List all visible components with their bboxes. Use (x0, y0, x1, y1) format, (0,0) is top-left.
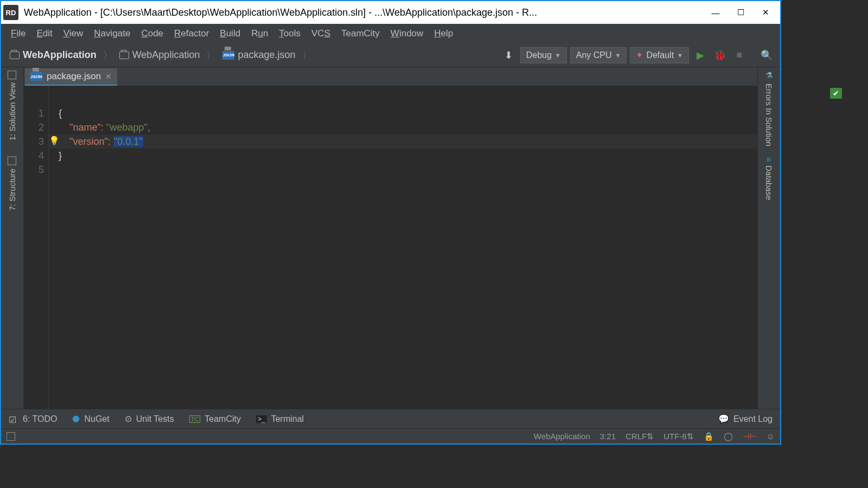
chevron-right-icon: 〉 (103, 49, 113, 62)
platform-dropdown[interactable]: Any CPU▼ (570, 47, 627, 63)
line-ending-selector[interactable]: CRLF⇅ (626, 432, 654, 441)
json-file-icon: JSON (30, 72, 42, 81)
terminal-label: Terminal (271, 414, 304, 424)
menubar: File Edit View Navigate Code Refactor Bu… (1, 24, 780, 43)
structure-tab[interactable]: 7: Structure (8, 157, 17, 211)
toolbar: WebApplication 〉 WebApplication 〉 JSON p… (1, 43, 780, 67)
teamcity-label: TeamCity (205, 414, 241, 424)
folder-icon (10, 52, 20, 59)
menu-view[interactable]: View (58, 26, 89, 41)
menu-window[interactable]: Window (385, 26, 429, 41)
close-button[interactable]: ✕ (753, 2, 778, 23)
minimize-button[interactable]: — (703, 2, 728, 23)
tool-window-toggle-icon[interactable] (7, 432, 15, 441)
solution-icon (8, 70, 17, 79)
editor-tabbar: JSON package.json ✕ (24, 67, 757, 86)
terminal-tool[interactable]: >_ Terminal (256, 414, 304, 424)
line-number: 1 (24, 106, 44, 120)
code-line[interactable]: "name": "webapp", (49, 120, 757, 134)
debug-button[interactable]: 🐞 (712, 47, 728, 63)
database-icon (764, 157, 774, 162)
teamcity-icon: TC (189, 415, 201, 423)
tab-label: package.json (47, 71, 101, 82)
menu-help[interactable]: Help (429, 26, 458, 41)
configuration-label: Debug (526, 50, 552, 60)
terminal-icon: >_ (256, 415, 267, 423)
database-tab[interactable]: Database (764, 157, 774, 200)
inspection-indicator-icon[interactable]: ◯ (724, 432, 733, 441)
code-line[interactable]: } (49, 149, 757, 163)
chevron-down-icon: ▼ (615, 52, 621, 59)
menu-teamcity[interactable]: TeamCity (336, 26, 385, 41)
chevron-down-icon: ▼ (555, 52, 561, 59)
gutter-line-numbers: 1 2 3 4 5 (24, 86, 49, 409)
right-tool-strip: Errors In Solution Database (757, 67, 780, 409)
menu-edit[interactable]: Edit (31, 26, 58, 41)
run-button[interactable]: ▶ (692, 47, 709, 63)
code-content[interactable]: 💡 { "name": "webapp", "version": "0.0.1"… (49, 86, 757, 409)
breadcrumb-solution[interactable]: WebApplication (7, 48, 100, 62)
unit-tests-icon: ⊙ (125, 414, 132, 424)
titlebar: RD WebApplication - [C:\Users\Maart\Desk… (1, 1, 780, 24)
menu-tools[interactable]: Tools (273, 26, 306, 41)
nuget-label: NuGet (84, 414, 109, 424)
context-label: WebApplication (534, 432, 590, 441)
search-everywhere-button[interactable]: 🔍 (758, 47, 775, 63)
lightbulb-icon[interactable]: 💡 (49, 136, 60, 146)
encoding-selector[interactable]: UTF-8⇅ (663, 432, 694, 441)
ide-status-icon[interactable]: ☺ (767, 432, 775, 441)
code-line[interactable]: { (49, 106, 757, 120)
menu-build[interactable]: Build (214, 26, 246, 41)
line-number: 3 (24, 134, 44, 149)
teamcity-tool[interactable]: TC TeamCity (189, 414, 241, 424)
unit-tests-tool[interactable]: ⊙ Unit Tests (125, 414, 174, 424)
line-number: 5 (24, 163, 44, 177)
menu-run[interactable]: Run (246, 26, 273, 41)
menu-refactor[interactable]: Refactor (169, 26, 214, 41)
flask-icon (764, 70, 774, 80)
editor-column: JSON package.json ✕ 1 2 3 4 5 💡 { "name"… (24, 67, 757, 409)
app-logo: RD (3, 5, 18, 20)
speech-bubble-icon: 💬 (718, 414, 729, 424)
bottom-toolbar: ☑ 6: TODO ⬣ NuGet ⊙ Unit Tests TC TeamCi… (1, 409, 780, 428)
menu-code[interactable]: Code (136, 26, 169, 41)
chevron-right-icon: 〉 (302, 49, 312, 62)
database-label: Database (764, 165, 774, 200)
solution-view-tab[interactable]: 1: Solution View (8, 70, 17, 140)
code-line[interactable] (49, 163, 757, 177)
stop-button[interactable]: ■ (731, 47, 748, 63)
structure-icon (8, 157, 17, 165)
line-number: 2 (24, 120, 44, 134)
event-log-tool[interactable]: 💬 Event Log (718, 414, 773, 424)
target-icon: ✦ (636, 50, 643, 60)
code-editor[interactable]: 1 2 3 4 5 💡 { "name": "webapp", "version… (24, 86, 757, 409)
run-target-dropdown[interactable]: ✦ Default▼ (630, 47, 689, 63)
line-number: 4 (24, 149, 44, 163)
configuration-dropdown[interactable]: Debug▼ (520, 47, 567, 63)
menu-vcs[interactable]: VCS (306, 26, 336, 41)
breadcrumb-root-label: WebApplication (23, 49, 97, 61)
nuget-tool[interactable]: ⬣ NuGet (72, 414, 109, 424)
event-log-label: Event Log (733, 414, 773, 424)
build-icon[interactable]: ⬇ (501, 47, 517, 63)
breadcrumb-project[interactable]: WebApplication (116, 48, 203, 62)
json-file-icon: JSON (222, 51, 234, 60)
errors-label: Errors In Solution (764, 84, 774, 146)
lock-icon[interactable]: 🔒 (704, 432, 714, 441)
memory-indicator-icon[interactable]: ⊣⊢ (743, 432, 757, 441)
todo-tool[interactable]: ☑ 6: TODO (9, 414, 57, 424)
code-line-current[interactable]: "version": "0.0.1" (49, 134, 757, 149)
breadcrumb-file-label: package.json (238, 49, 295, 61)
maximize-button[interactable]: ☐ (728, 2, 753, 23)
close-tab-icon[interactable]: ✕ (105, 72, 112, 81)
structure-label: 7: Structure (8, 169, 17, 211)
menu-file[interactable]: File (5, 26, 31, 41)
breadcrumb-file[interactable]: JSON package.json (219, 48, 298, 62)
window-title: WebApplication - [C:\Users\Maart\Desktop… (24, 7, 703, 18)
nuget-icon: ⬣ (72, 414, 80, 424)
errors-in-solution-tab[interactable]: Errors In Solution (764, 70, 774, 146)
chevron-right-icon: 〉 (206, 49, 216, 62)
caret-position[interactable]: 3:21 (600, 432, 616, 441)
menu-navigate[interactable]: Navigate (88, 26, 136, 41)
editor-tab-package-json[interactable]: JSON package.json ✕ (25, 68, 117, 86)
